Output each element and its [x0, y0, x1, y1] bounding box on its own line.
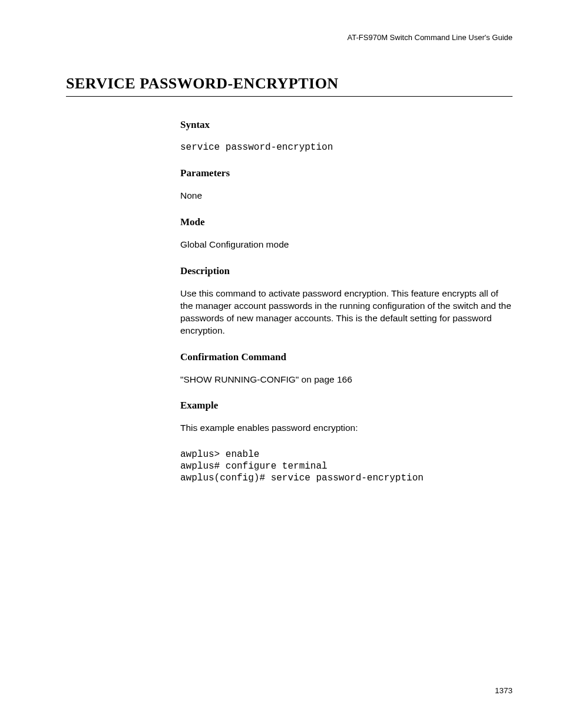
page-title: SERVICE PASSWORD-ENCRYPTION — [66, 75, 513, 97]
description-text: Use this command to activate password en… — [180, 288, 513, 337]
confirmation-heading: Confirmation Command — [180, 351, 513, 363]
example-code: awplus> enable awplus# configure termina… — [180, 449, 513, 484]
description-heading: Description — [180, 265, 513, 277]
document-page: AT-FS970M Switch Command Line User's Gui… — [0, 0, 562, 484]
example-intro: This example enables password encryption… — [180, 422, 513, 434]
parameters-text: None — [180, 190, 513, 202]
mode-heading: Mode — [180, 216, 513, 228]
syntax-heading: Syntax — [180, 119, 513, 131]
page-number: 1373 — [495, 686, 513, 695]
page-header: AT-FS970M Switch Command Line User's Gui… — [66, 33, 513, 42]
mode-text: Global Configuration mode — [180, 239, 513, 251]
example-heading: Example — [180, 400, 513, 411]
confirmation-text: "SHOW RUNNING-CONFIG" on page 166 — [180, 374, 513, 386]
syntax-code: service password-encryption — [180, 141, 513, 153]
content-area: Syntax service password-encryption Param… — [180, 119, 513, 484]
parameters-heading: Parameters — [180, 167, 513, 179]
